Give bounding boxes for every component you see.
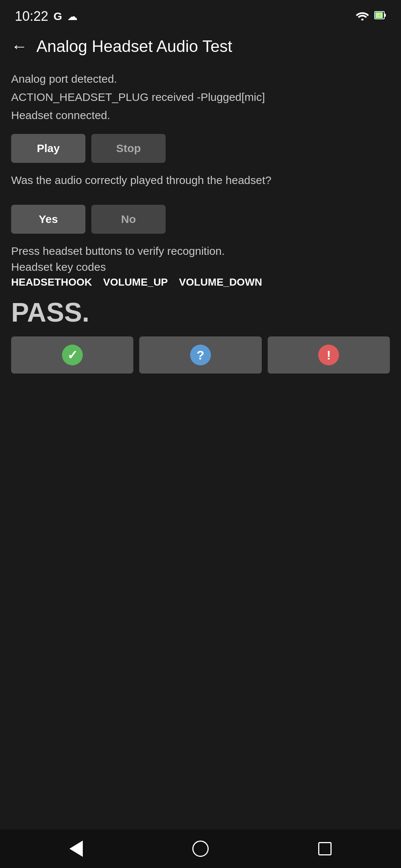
exclamation-icon: ! — [318, 345, 339, 365]
svg-point-0 — [361, 19, 363, 20]
pass-text: PASS. — [11, 297, 390, 328]
battery-icon: ⚡ — [374, 10, 386, 23]
page-title: Analog Headset Audio Test — [36, 37, 232, 56]
fail-action-button[interactable]: ! — [268, 336, 390, 374]
headset-key-codes-label: Headset key codes — [11, 261, 390, 273]
svg-text:⚡: ⚡ — [377, 13, 382, 18]
main-content: Analog port detected. ACTION_HEADSET_PLU… — [0, 63, 401, 829]
app-bar: ← Analog Headset Audio Test — [0, 30, 401, 63]
play-button[interactable]: Play — [11, 134, 85, 163]
status-bar: 10:22 G ☁ ⚡ — [0, 0, 401, 30]
svg-rect-2 — [384, 14, 386, 17]
google-icon: G — [53, 10, 62, 23]
status-message-2: ACTION_HEADSET_PLUG received -Plugged[mi… — [11, 89, 390, 105]
headset-key-hook: HEADSETHOOK — [11, 276, 92, 288]
nav-recent-button[interactable] — [318, 842, 332, 855]
check-icon: ✓ — [62, 345, 83, 365]
nav-back-button[interactable] — [69, 841, 83, 857]
headset-keys-row: HEADSETHOOK VOLUME_UP VOLUME_DOWN — [11, 276, 390, 288]
status-message-3: Headset connected. — [11, 107, 390, 124]
cloud-icon: ☁ — [67, 10, 78, 23]
back-button[interactable]: ← — [11, 37, 27, 56]
no-button[interactable]: No — [91, 205, 166, 234]
yes-no-row: Yes No — [11, 205, 390, 234]
nav-back-icon — [69, 841, 83, 857]
status-right: ⚡ — [356, 10, 386, 23]
press-instruction: Press headset buttons to verify recognit… — [11, 243, 390, 259]
stop-button[interactable]: Stop — [91, 134, 166, 163]
wifi-icon — [356, 10, 369, 23]
pass-action-button[interactable]: ✓ — [11, 336, 133, 374]
status-time: 10:22 — [15, 9, 48, 24]
status-left: 10:22 G ☁ — [15, 9, 78, 24]
audio-question: Was the audio correctly played through t… — [11, 172, 390, 188]
status-message-1: Analog port detected. — [11, 70, 390, 87]
nav-recent-icon — [318, 842, 332, 855]
play-stop-row: Play Stop — [11, 134, 390, 163]
nav-home-button[interactable] — [192, 841, 209, 857]
nav-bar — [0, 829, 401, 868]
headset-key-volume-down: VOLUME_DOWN — [179, 276, 262, 288]
unknown-action-button[interactable]: ? — [139, 336, 261, 374]
headset-key-volume-up: VOLUME_UP — [103, 276, 168, 288]
action-buttons-row: ✓ ? ! — [11, 336, 390, 374]
yes-button[interactable]: Yes — [11, 205, 85, 234]
question-icon: ? — [190, 345, 211, 365]
nav-home-icon — [192, 841, 209, 857]
